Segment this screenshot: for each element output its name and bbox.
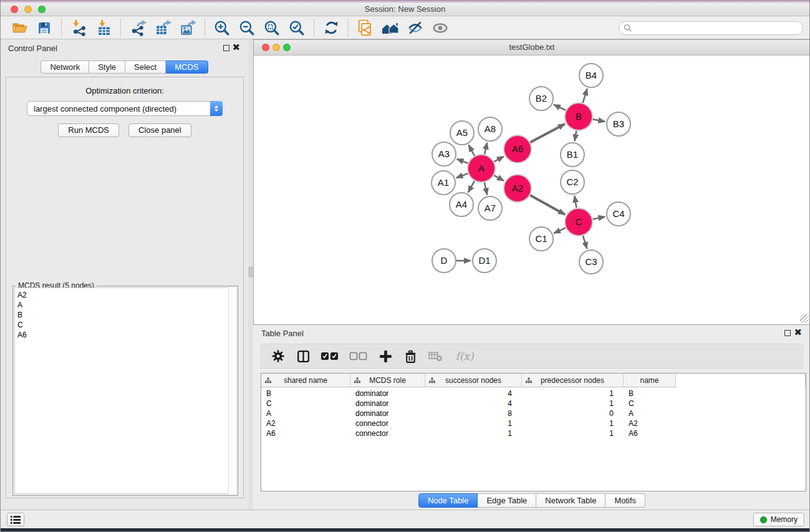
add-row-button[interactable] [377,348,393,364]
table-cell-name: B [624,389,676,399]
mcds-result-item[interactable]: A [17,300,236,310]
float-panel-button[interactable] [223,45,229,51]
zoom-selected-button[interactable] [284,19,309,37]
export-network-icon [130,19,147,36]
graph-edge-A6-B[interactable] [530,124,565,143]
graph-edge-C-C3[interactable] [583,236,587,249]
table-row[interactable]: Cdominator41C [261,399,806,409]
search-input[interactable] [635,24,798,32]
memory-button[interactable]: Memory [753,513,804,526]
search-field[interactable] [619,21,803,35]
table-cell-shared-name: A6 [261,429,350,439]
import-network-button[interactable] [66,19,91,37]
graph-edge-A-A8[interactable] [485,142,487,154]
zoom-window-button[interactable] [38,6,46,13]
graph-edge-A-A3[interactable] [457,159,468,163]
close-panel-button-inner[interactable]: Close panel [128,123,191,137]
table-row[interactable]: A6connector11A6 [261,429,806,439]
close-window-button[interactable] [11,6,18,13]
network-window-title: testGlobe.txt [254,40,810,55]
tab-edge-table[interactable]: Edge Table [478,493,536,508]
graph-edge-A-A6[interactable] [494,157,504,162]
refresh-view-button[interactable] [319,19,344,37]
window-resize-grip[interactable] [800,314,809,323]
import-table-icon [95,19,112,36]
tab-network[interactable]: Network [41,60,89,74]
table-row[interactable]: A2connector11A2 [261,419,806,429]
split-divider-grip[interactable] [249,267,253,277]
plus-icon [378,349,393,364]
table-row[interactable]: Bdominator41B [261,389,806,399]
mcds-result-item[interactable]: A6 [17,330,236,340]
export-network-button[interactable] [125,19,150,37]
import-table-button[interactable] [91,19,116,37]
graph-edge-B-B1[interactable] [575,131,577,142]
run-mcds-button[interactable]: Run MCDS [58,123,119,137]
graph-edge-C-C4[interactable] [593,216,605,219]
export-table-button[interactable] [150,19,175,37]
clone-network-button[interactable] [353,19,378,37]
mcds-result-scrollbar[interactable] [228,288,236,494]
mcds-result-list[interactable]: A2ABCA6 [14,288,236,494]
graph-edge-B-B3[interactable] [593,119,605,122]
tab-motifs[interactable]: Motifs [605,493,645,508]
mcds-result-item[interactable]: A2 [17,290,236,300]
zoom-network-window-button[interactable] [283,44,291,51]
optimization-criterion-select[interactable]: largest connected component (directed) [27,101,223,116]
graph-edge-C-C2[interactable] [574,196,576,208]
graph-edge-A-A7[interactable] [485,182,487,195]
graph-edge-B-B2[interactable] [554,105,566,110]
tab-node-table[interactable]: Node Table [418,493,478,508]
graph-edge-A-A4[interactable] [468,181,475,193]
tab-select[interactable]: Select [125,60,166,74]
graph-edge-A2-C[interactable] [530,195,565,215]
show-hide-panels-button[interactable] [378,19,403,37]
save-session-button[interactable] [32,19,57,37]
hide-graphics-details-button[interactable] [403,19,428,37]
graph-edge-C-C1[interactable] [554,228,566,233]
close-network-window-button[interactable] [262,44,269,51]
export-image-button[interactable] [175,19,200,37]
zoom-in-button[interactable] [210,19,234,37]
tab-network-table[interactable]: Network Table [536,493,605,508]
close-table-panel-button[interactable]: ✖ [794,326,802,339]
graph-edge-B-B4[interactable] [583,89,587,103]
search-icon [624,24,632,32]
minimize-window-button[interactable] [24,6,32,13]
function-builder-button[interactable]: f(x) [452,348,477,364]
graph-edge-A-A1[interactable] [456,173,468,178]
delete-table-button[interactable] [427,348,443,364]
split-divider[interactable] [248,39,253,510]
select-all-button[interactable] [320,348,340,364]
column-header-name[interactable]: name [624,374,676,387]
table-cell-successor-nodes: 4 [425,389,522,399]
graph-edge-A-A5[interactable] [469,145,475,155]
table-options-button[interactable] [270,348,286,364]
tab-style[interactable]: Style [89,60,125,74]
close-panel-button[interactable]: ✖ [232,41,240,54]
minimize-network-window-button[interactable] [272,44,280,51]
table-row[interactable]: Adominator80A [261,409,806,419]
show-columns-button[interactable] [295,348,311,364]
control-panel-header: Control Panel ✖ [1,39,248,57]
attribute-type-icon [428,377,436,384]
graph-edge-A-A2[interactable] [494,175,504,181]
float-table-panel-button[interactable] [784,330,791,336]
task-history-button[interactable] [7,513,24,526]
column-header-successor-nodes[interactable]: successor nodes [425,374,522,387]
column-header-predecessor-nodes[interactable]: predecessor nodes [522,374,624,387]
mcds-result-item[interactable]: B [17,310,236,320]
zoom-fit-button[interactable] [259,19,284,37]
deselect-all-button[interactable] [349,348,369,364]
show-graphics-details-button[interactable] [428,19,453,37]
zoom-out-button[interactable] [234,19,259,37]
tab-mcds[interactable]: MCDS [166,60,208,74]
column-header-mcds-role[interactable]: MCDS role [350,374,425,387]
function-icon: f(x) [455,350,473,362]
control-panel-title: Control Panel [8,44,57,53]
column-header-shared-name[interactable]: shared name [261,374,350,387]
delete-rows-button[interactable] [402,348,418,364]
mcds-result-item[interactable]: C [17,320,236,330]
open-session-button[interactable] [7,19,32,37]
network-canvas[interactable]: AA6A2BCA5A8A3A1A4A7B2B4B3B1C2C4C1C3DD1 [254,56,810,324]
